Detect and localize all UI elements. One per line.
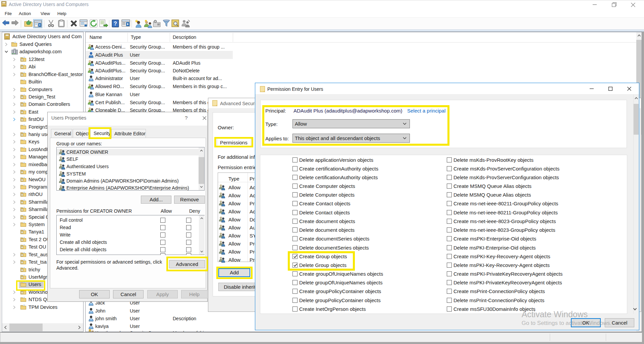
svg-text:?: ? (114, 21, 117, 26)
